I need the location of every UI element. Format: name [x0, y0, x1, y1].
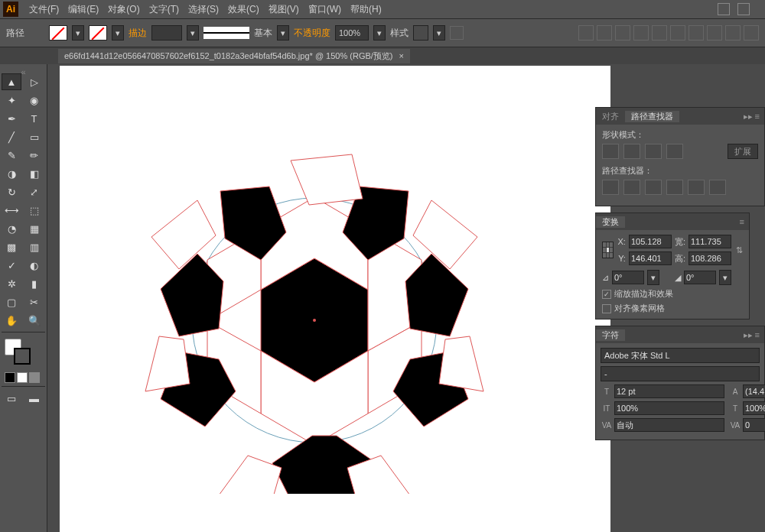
mesh-tool[interactable]: ▩	[2, 238, 21, 255]
intersect-icon[interactable]	[645, 144, 662, 159]
crop-icon[interactable]	[666, 180, 683, 195]
column-graph-tool[interactable]: ▮	[24, 275, 44, 292]
reference-point[interactable]	[602, 242, 614, 258]
minus-front-icon[interactable]	[623, 144, 640, 159]
stroke-dropdown[interactable]: ▾	[112, 25, 124, 41]
recolor-icon[interactable]	[450, 26, 464, 40]
layout-icon-1[interactable]	[718, 3, 730, 15]
menu-type[interactable]: 文字(T)	[145, 3, 184, 16]
stroke-profile-preview[interactable]	[203, 27, 249, 39]
selection-tool[interactable]: ▲	[2, 73, 21, 90]
exclude-icon[interactable]	[666, 144, 683, 159]
kerning-input[interactable]	[614, 418, 724, 432]
blend-tool[interactable]: ◐	[24, 257, 44, 274]
color-mode-color[interactable]	[5, 372, 15, 383]
blob-brush-tool[interactable]: ◑	[2, 165, 21, 182]
lasso-tool[interactable]: ◉	[24, 92, 44, 109]
menu-select[interactable]: 选择(S)	[184, 3, 223, 16]
screen-mode-normal[interactable]: ▭	[2, 390, 21, 407]
align-vcenter-icon[interactable]	[652, 25, 667, 41]
stroke-label[interactable]: 描边	[129, 27, 147, 40]
stroke-swatch[interactable]	[89, 25, 107, 41]
rotate-tool[interactable]: ↻	[2, 183, 21, 200]
document-tab[interactable]: e66fd1441d12e0566470857602ef6152_t0182a3…	[58, 49, 410, 63]
isolate-icon[interactable]	[744, 25, 759, 41]
menu-file[interactable]: 文件(F)	[24, 3, 63, 16]
font-style-select[interactable]	[601, 366, 760, 381]
tracking-input[interactable]	[743, 418, 765, 432]
rectangle-tool[interactable]: ▭	[24, 128, 44, 145]
distribute-v-icon[interactable]	[707, 25, 722, 41]
color-mode-gradient[interactable]	[17, 372, 28, 383]
menu-view[interactable]: 视图(V)	[264, 3, 304, 16]
fill-stroke-control[interactable]	[5, 339, 42, 365]
type-tool[interactable]: T	[24, 110, 44, 127]
slice-tool[interactable]: ✂	[24, 294, 44, 310]
eraser-tool[interactable]: ◧	[24, 165, 44, 182]
hand-tool[interactable]: ✋	[2, 312, 21, 329]
font-size-input[interactable]	[614, 384, 724, 398]
scale-tool[interactable]: ⤢	[24, 183, 44, 200]
stroke-weight-drop[interactable]: ▾	[187, 25, 199, 41]
stroke-weight[interactable]	[151, 25, 182, 41]
height-input[interactable]	[688, 251, 731, 265]
eyedropper-tool[interactable]: ✓	[2, 257, 21, 274]
shear-drop[interactable]: ▾	[719, 270, 731, 285]
opacity-label[interactable]: 不透明度	[294, 27, 330, 40]
panel-menu-icon[interactable]: ▸▸ ≡	[739, 112, 764, 122]
menu-help[interactable]: 帮助(H)	[346, 3, 386, 16]
free-transform-tool[interactable]: ⬚	[24, 202, 44, 219]
shear-input[interactable]	[684, 271, 716, 284]
trim-icon[interactable]	[623, 180, 640, 195]
panel-menu-icon[interactable]: ≡	[735, 217, 749, 226]
gradient-tool[interactable]: ▥	[24, 238, 44, 255]
hscale-input[interactable]	[743, 401, 765, 415]
panel-menu-icon[interactable]: ▸▸ ≡	[739, 330, 764, 340]
expand-button[interactable]: 扩展	[728, 144, 758, 159]
align-left-icon[interactable]	[578, 25, 594, 41]
rotate-input[interactable]	[612, 271, 644, 284]
y-input[interactable]	[629, 251, 672, 265]
pencil-tool[interactable]: ✏	[24, 147, 44, 164]
paintbrush-tool[interactable]: ✎	[2, 147, 21, 164]
divide-icon[interactable]	[602, 180, 619, 195]
pixel-grid-checkbox[interactable]: 对齐像素网格	[602, 303, 743, 314]
tab-character[interactable]: 字符	[596, 329, 625, 341]
width-input[interactable]	[688, 235, 731, 248]
link-icon[interactable]: ⇅	[736, 245, 743, 255]
profile-drop[interactable]: ▾	[277, 25, 289, 41]
pen-tool[interactable]: ✒	[2, 110, 21, 127]
align-top-icon[interactable]	[633, 25, 649, 41]
font-family-select[interactable]	[601, 348, 760, 363]
direct-selection-tool[interactable]: ▷	[24, 73, 44, 90]
perspective-tool[interactable]: ▦	[24, 220, 44, 237]
shape-builder-tool[interactable]: ◔	[2, 220, 21, 237]
merge-icon[interactable]	[645, 180, 662, 195]
color-mode-none[interactable]	[29, 372, 40, 383]
align-hcenter-icon[interactable]	[597, 25, 612, 41]
tab-transform[interactable]: 变换	[596, 216, 625, 228]
minus-back-icon[interactable]	[709, 180, 726, 195]
fill-dropdown[interactable]: ▾	[72, 25, 84, 41]
transform-icon[interactable]	[725, 25, 741, 41]
menu-edit[interactable]: 编辑(E)	[63, 3, 103, 16]
line-tool[interactable]: ╱	[2, 128, 21, 145]
unite-icon[interactable]	[602, 144, 619, 159]
scale-strokes-checkbox[interactable]: ✓缩放描边和效果	[602, 288, 743, 300]
layout-icon-2[interactable]	[737, 3, 750, 15]
style-drop[interactable]: ▾	[433, 25, 445, 41]
distribute-h-icon[interactable]	[688, 25, 704, 41]
menu-object[interactable]: 对象(O)	[103, 3, 144, 16]
zoom-tool[interactable]: 🔍	[24, 312, 44, 329]
x-input[interactable]	[629, 235, 672, 248]
width-tool[interactable]: ⟷	[2, 202, 21, 219]
menu-window[interactable]: 窗口(W)	[304, 3, 346, 16]
style-swatch[interactable]	[413, 25, 428, 41]
tab-align[interactable]: 对齐	[596, 111, 625, 122]
fill-swatch[interactable]	[49, 25, 67, 41]
artboard-tool[interactable]: ▢	[2, 294, 21, 310]
outline-icon[interactable]	[688, 180, 705, 195]
screen-mode-full[interactable]: ▬	[24, 390, 44, 407]
rotate-drop[interactable]: ▾	[647, 270, 659, 285]
magic-wand-tool[interactable]: ✦	[2, 92, 21, 109]
